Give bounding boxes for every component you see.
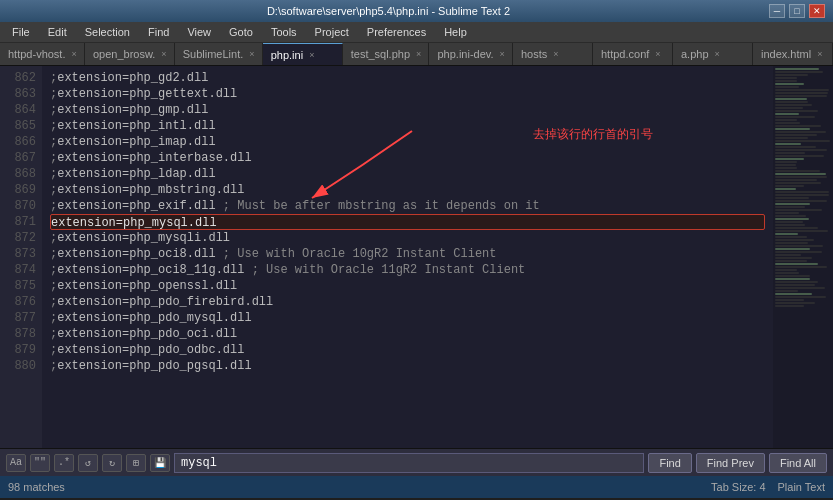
tab-a-php[interactable]: a.php× (673, 43, 753, 65)
minimap-line (775, 80, 797, 82)
tab-httpd-vhost-[interactable]: httpd-vhost.× (0, 43, 85, 65)
minimap-line (775, 245, 823, 247)
code-line: ;extension=php_gd2.dll (50, 70, 765, 86)
open-folder-button[interactable]: ⊞ (126, 454, 146, 472)
whole-word-button[interactable]: "" (30, 454, 50, 472)
tab-close-icon[interactable]: × (416, 49, 421, 59)
code-line: ;extension=php_oci8_11g.dll ; Use with O… (50, 262, 765, 278)
line-number: 868 (4, 166, 36, 182)
minimap-line (775, 161, 797, 163)
line-number: 871 (4, 214, 36, 230)
tab-close-icon[interactable]: × (553, 49, 558, 59)
minimap-line (775, 203, 810, 205)
menu-item-help[interactable]: Help (436, 24, 475, 40)
menu-item-tools[interactable]: Tools (263, 24, 305, 40)
minimap-line (775, 224, 805, 226)
tab-php-ini[interactable]: php.ini× (263, 43, 343, 65)
tab-open-brosw-[interactable]: open_brosw.× (85, 43, 175, 65)
undo-button[interactable]: ↺ (78, 454, 98, 472)
minimap-line (775, 299, 804, 301)
menu-item-edit[interactable]: Edit (40, 24, 75, 40)
menu-item-goto[interactable]: Goto (221, 24, 261, 40)
line-number: 869 (4, 182, 36, 198)
minimap-line (775, 74, 808, 76)
find-button[interactable]: Find (648, 453, 691, 473)
minimap-line (775, 152, 805, 154)
tab-close-icon[interactable]: × (249, 49, 254, 59)
tab-label: SublimeLint. (183, 48, 244, 60)
tab-label: httpd-vhost. (8, 48, 65, 60)
minimap-line (775, 140, 830, 142)
minimap-line (775, 173, 826, 175)
minimize-button[interactable]: ─ (769, 4, 785, 18)
tab-close-icon[interactable]: × (715, 49, 720, 59)
minimap-line (775, 302, 815, 304)
minimap-line (775, 68, 819, 70)
find-all-button[interactable]: Find All (769, 453, 827, 473)
minimap-line (775, 86, 799, 88)
line-number: 879 (4, 342, 36, 358)
tab-close-icon[interactable]: × (161, 49, 166, 59)
code-line: ;extension=php_pdo_oci.dll (50, 326, 765, 342)
minimap-line (775, 104, 812, 106)
menu-item-file[interactable]: File (4, 24, 38, 40)
minimap-line (775, 293, 812, 295)
line-number: 878 (4, 326, 36, 342)
case-sensitive-button[interactable]: Aa (6, 454, 26, 472)
minimap-line (775, 284, 815, 286)
find-prev-button[interactable]: Find Prev (696, 453, 765, 473)
tab-hosts[interactable]: hosts× (513, 43, 593, 65)
minimap-line (775, 215, 806, 217)
menu-item-selection[interactable]: Selection (77, 24, 138, 40)
tab-close-icon[interactable]: × (309, 50, 314, 60)
tab-close-icon[interactable]: × (655, 49, 660, 59)
menu-item-preferences[interactable]: Preferences (359, 24, 434, 40)
line-number: 876 (4, 294, 36, 310)
menu-item-find[interactable]: Find (140, 24, 177, 40)
code-line: ;extension=php_gettext.dll (50, 86, 765, 102)
minimap-line (775, 116, 815, 118)
line-number: 865 (4, 118, 36, 134)
tab-bar: httpd-vhost.×open_brosw.×SublimeLint.×ph… (0, 42, 833, 66)
annotation-text: 去掉该行的行首的引号 (533, 126, 653, 142)
tab-close-icon[interactable]: × (500, 49, 505, 59)
tab-label: httpd.conf (601, 48, 649, 60)
minimap-line (775, 266, 827, 268)
code-line: ;extension=php_interbase.dll (50, 150, 765, 166)
tab-test-sql-php[interactable]: test_sql.php× (343, 43, 430, 65)
tab-size: Tab Size: 4 (711, 481, 765, 493)
minimap-line (775, 275, 810, 277)
minimap-line (775, 290, 798, 292)
tab-close-icon[interactable]: × (71, 49, 76, 59)
tab-sublimelint-[interactable]: SublimeLint.× (175, 43, 263, 65)
minimap-line (775, 221, 803, 223)
tab-index-html[interactable]: index.html× (753, 43, 833, 65)
maximize-button[interactable]: □ (789, 4, 805, 18)
minimap-line (775, 248, 810, 250)
tab-php-ini-dev-[interactable]: php.ini-dev.× (429, 43, 513, 65)
line-number: 864 (4, 102, 36, 118)
minimap-line (775, 167, 797, 169)
minimap-line (775, 188, 796, 190)
minimap-line (775, 305, 804, 307)
minimap-line (775, 134, 817, 136)
save-button[interactable]: 💾 (150, 454, 170, 472)
minimap-line (775, 239, 814, 241)
regex-button[interactable]: .* (54, 454, 74, 472)
menu-item-project[interactable]: Project (307, 24, 357, 40)
code-line: ;extension=php_pdo_odbc.dll (50, 342, 765, 358)
redo-button[interactable]: ↻ (102, 454, 122, 472)
minimap-line (775, 191, 829, 193)
tab-httpd-conf[interactable]: httpd.conf× (593, 43, 673, 65)
minimap-line (775, 200, 827, 202)
close-button[interactable]: ✕ (809, 4, 825, 18)
line-number: 873 (4, 246, 36, 262)
tab-label: php.ini (271, 49, 303, 61)
minimap-line (775, 176, 827, 178)
search-input[interactable] (174, 453, 644, 473)
minimap-line (775, 89, 829, 91)
line-number: 872 (4, 230, 36, 246)
menu-item-view[interactable]: View (179, 24, 219, 40)
code-content[interactable]: ;extension=php_gd2.dll;extension=php_get… (42, 66, 773, 448)
tab-close-icon[interactable]: × (817, 49, 822, 59)
